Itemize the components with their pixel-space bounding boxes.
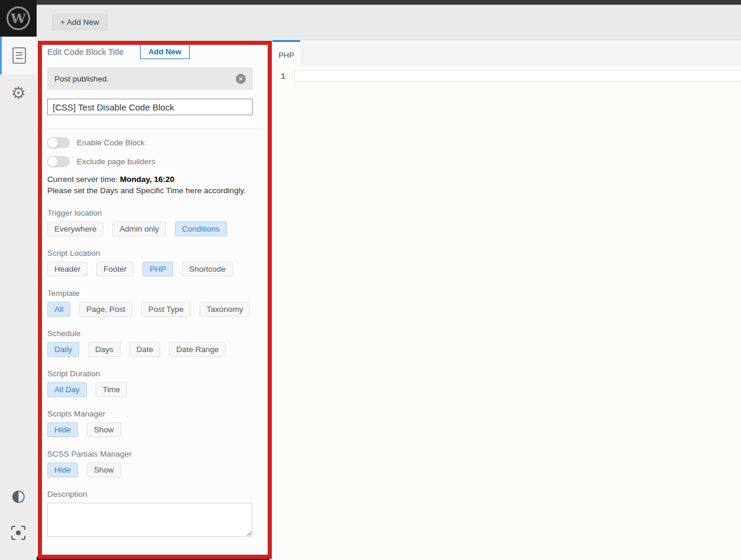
option-all[interactable]: All bbox=[47, 302, 70, 317]
code-block-title-input[interactable] bbox=[47, 99, 253, 115]
sidebar-bottom-group: ◐ bbox=[0, 476, 37, 552]
dismiss-notice-icon[interactable]: ✕ bbox=[236, 74, 246, 84]
tab-php-label: PHP bbox=[278, 51, 294, 69]
wordpress-logo[interactable]: W bbox=[0, 0, 37, 37]
server-time-note: Please set the Days and Specific Time he… bbox=[47, 185, 253, 196]
option-header[interactable]: Header bbox=[47, 262, 87, 276]
svg-text:W: W bbox=[10, 10, 27, 26]
option-group: All Day Time bbox=[47, 382, 253, 397]
divider bbox=[37, 129, 269, 129]
server-time-prefix: Current server time: bbox=[47, 175, 120, 184]
section-label: Script Location bbox=[47, 249, 253, 258]
editor-active-line[interactable] bbox=[294, 70, 741, 82]
sidebar-item-code-blocks[interactable] bbox=[0, 37, 37, 74]
line-number: 1 bbox=[281, 72, 285, 81]
option-daily[interactable]: Daily bbox=[47, 342, 79, 357]
toggle-label: Exclude page builders bbox=[77, 157, 155, 166]
exclude-page-builders-toggle[interactable] bbox=[47, 156, 70, 167]
option-admin-only[interactable]: Admin only bbox=[112, 222, 166, 236]
section-script-duration: Script Duration All Day Time bbox=[47, 369, 253, 397]
section-label: Schedule bbox=[47, 329, 253, 338]
section-trigger-location: Trigger location Everywhere Admin only C… bbox=[47, 209, 253, 236]
option-scss-manager-hide[interactable]: Hide bbox=[47, 463, 78, 477]
sidebar-item-settings[interactable]: ⚙ bbox=[0, 74, 37, 112]
option-page-post[interactable]: Page, Post bbox=[79, 302, 132, 317]
panel-header: Edit Code Block Title Add New bbox=[47, 44, 253, 60]
window-bottom-strip bbox=[37, 556, 269, 560]
add-new-button-topbar[interactable]: + Add New bbox=[52, 14, 108, 30]
description-label: Description bbox=[47, 490, 253, 499]
document-icon bbox=[12, 47, 27, 64]
section-scss-partials-manager: SCSS Partials Manager Hide Show bbox=[47, 450, 253, 477]
section-label: Trigger location bbox=[47, 209, 253, 217]
focus-icon bbox=[9, 524, 27, 542]
option-post-type[interactable]: Post Type bbox=[141, 302, 191, 317]
option-everywhere[interactable]: Everywhere bbox=[47, 222, 103, 236]
option-group: Everywhere Admin only Conditions bbox=[47, 222, 253, 236]
section-label: Template bbox=[47, 289, 253, 298]
post-published-notice: Post published. ✕ bbox=[47, 67, 253, 90]
screen: W ⚙ ◐ bbox=[0, 0, 741, 560]
toggle-label: Enable Code Block bbox=[77, 138, 145, 147]
section-label: Script Duration bbox=[47, 369, 253, 378]
option-date-range[interactable]: Date Range bbox=[169, 342, 226, 357]
editor-tab-strip bbox=[269, 40, 741, 66]
gear-icon: ⚙ bbox=[11, 85, 25, 102]
section-scripts-manager: Scripts Manager Hide Show bbox=[47, 409, 253, 437]
server-time-text: Current server time: Monday, 16:20 Pleas… bbox=[47, 174, 253, 196]
code-editor[interactable]: 1 bbox=[269, 69, 741, 560]
contrast-icon: ◐ bbox=[11, 487, 25, 503]
option-days[interactable]: Days bbox=[88, 342, 121, 357]
wordpress-logo-icon: W bbox=[5, 5, 31, 31]
window-top-strip bbox=[37, 0, 741, 5]
focus-mode-button[interactable] bbox=[0, 514, 37, 552]
contrast-toggle-button[interactable]: ◐ bbox=[0, 476, 37, 514]
section-label: Scripts Manager bbox=[47, 409, 253, 418]
panel-title: Edit Code Block Title bbox=[47, 47, 124, 57]
settings-panel: Edit Code Block Title Add New Post publi… bbox=[37, 40, 269, 556]
section-template: Template All Page, Post Post Type Taxono… bbox=[47, 289, 253, 317]
option-scss-manager-show[interactable]: Show bbox=[87, 463, 121, 477]
sidebar: W ⚙ ◐ bbox=[0, 0, 37, 560]
section-label: SCSS Partials Manager bbox=[47, 450, 253, 458]
add-new-button[interactable]: Add New bbox=[140, 44, 190, 59]
option-scripts-manager-hide[interactable]: Hide bbox=[47, 422, 78, 437]
option-time[interactable]: Time bbox=[96, 382, 128, 397]
notice-text: Post published. bbox=[54, 74, 109, 83]
toggle-knob bbox=[47, 137, 58, 148]
option-group: All Page, Post Post Type Taxonomy bbox=[47, 302, 253, 317]
option-group: Hide Show bbox=[47, 463, 253, 477]
topbar: + Add New bbox=[37, 5, 741, 40]
tab-php[interactable]: PHP bbox=[272, 40, 300, 69]
description-textarea[interactable] bbox=[47, 503, 252, 537]
option-php[interactable]: PHP bbox=[142, 262, 173, 276]
toggle-knob bbox=[47, 156, 58, 167]
server-time-value: Monday, 16:20 bbox=[120, 175, 174, 184]
option-group: Header Footer PHP Shortcode bbox=[47, 262, 253, 276]
option-footer[interactable]: Footer bbox=[96, 262, 134, 276]
option-shortcode[interactable]: Shortcode bbox=[182, 262, 233, 276]
enable-code-block-toggle[interactable] bbox=[47, 137, 70, 148]
section-schedule: Schedule Daily Days Date Date Range bbox=[47, 329, 253, 357]
toggle-row-exclude-page-builders: Exclude page builders bbox=[47, 155, 253, 167]
option-conditions[interactable]: Conditions bbox=[175, 222, 227, 236]
code-editor-area: PHP 1 bbox=[269, 40, 741, 560]
option-all-day[interactable]: All Day bbox=[47, 382, 87, 397]
option-taxonomy[interactable]: Taxonomy bbox=[200, 302, 251, 317]
section-script-location: Script Location Header Footer PHP Shortc… bbox=[47, 249, 253, 276]
toggle-row-enable-code-block: Enable Code Block bbox=[47, 136, 253, 148]
option-scripts-manager-show[interactable]: Show bbox=[87, 422, 121, 437]
option-date[interactable]: Date bbox=[129, 342, 161, 357]
option-group: Daily Days Date Date Range bbox=[47, 342, 253, 357]
option-group: Hide Show bbox=[47, 422, 253, 437]
